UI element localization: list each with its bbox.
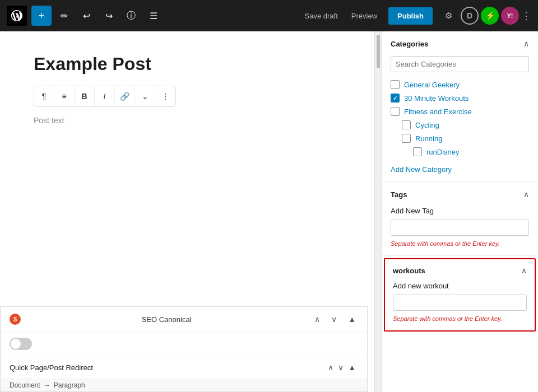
tags-section: Tags ∧ Add New Tag Separate with commas … <box>382 182 538 256</box>
category-label-general-geekery[interactable]: General Geekery <box>404 81 460 89</box>
workouts-section: workouts ∧ Add new workout Separate with… <box>384 258 536 332</box>
add-new-category-link[interactable]: Add New Category <box>391 165 452 174</box>
status-arrow: → <box>44 381 50 389</box>
block-toolbar: ¶ ≡ B I 🔗 ⌄ ⋮ <box>34 86 176 107</box>
redo-button[interactable]: ↪ <box>99 6 119 26</box>
toggle-knob <box>11 339 21 349</box>
main-toolbar: + ✏ ↩ ↪ ⓘ ☰ Save draft Preview Publish ⚙… <box>0 0 538 31</box>
seo-expand-button[interactable]: ▲ <box>346 314 358 325</box>
right-sidebar: Categories ∧ General Geekery 30 Minute W… <box>381 31 538 392</box>
category-item-general-geekery: General Geekery <box>391 78 529 91</box>
category-label-running[interactable]: Running <box>415 134 442 143</box>
category-label-cycling[interactable]: Cycling <box>415 121 439 129</box>
seo-plugin-icon: S <box>10 314 21 325</box>
status-bar: Document → Paragraph <box>1 379 367 391</box>
tags-body: Add New Tag Separate with commas or the … <box>382 207 538 255</box>
redirect-label: Quick Page/Post Redirect <box>10 363 93 372</box>
gear-icon: ⚙ <box>445 11 452 21</box>
workouts-body: Add new workout Separate with commas or … <box>385 282 535 330</box>
category-checkbox-cycling[interactable] <box>402 120 411 129</box>
add-new-workout-label: Add new workout <box>393 282 527 290</box>
pencil-icon: ✏ <box>61 11 68 21</box>
list-view-button[interactable]: ☰ <box>143 6 164 26</box>
category-item-running: Running <box>391 132 529 145</box>
categories-chevron-icon: ∧ <box>523 39 529 48</box>
italic-button[interactable]: I <box>95 86 115 106</box>
category-checkbox-30-minute-workouts[interactable] <box>391 94 400 102</box>
categories-search-wrapper <box>382 56 538 78</box>
jetpack-icon: ⚡ <box>481 7 499 25</box>
tags-section-header[interactable]: Tags ∧ <box>382 182 538 207</box>
redirect-expand[interactable]: ▲ <box>346 362 358 373</box>
category-checkbox-fitness-exercise[interactable] <box>391 107 400 116</box>
category-label-fitness-exercise[interactable]: Fitness and Exercise <box>404 108 472 116</box>
info-button[interactable]: ⓘ <box>121 6 141 26</box>
tags-hint-text: Separate with commas or the Enter key. <box>391 240 500 247</box>
workouts-input[interactable] <box>393 295 527 311</box>
align-icon: ≡ <box>62 92 66 101</box>
category-checkbox-rundisney[interactable] <box>413 147 422 156</box>
post-title[interactable]: Example Post <box>34 54 341 74</box>
dropdown-icon: ⌄ <box>142 92 149 101</box>
block-more-button[interactable]: ⋮ <box>155 86 175 106</box>
categories-section-header[interactable]: Categories ∧ <box>382 31 538 56</box>
seo-canonical-label: SEO Canonical <box>27 315 305 324</box>
undo-icon: ↩ <box>83 11 90 21</box>
redirect-row: Quick Page/Post Redirect ∧ ∨ ▲ <box>1 356 367 379</box>
info-icon: ⓘ <box>127 10 136 22</box>
redo-icon: ↪ <box>105 11 113 21</box>
ellipsis-icon: ⋮ <box>161 92 169 101</box>
wp-logo-icon <box>11 10 22 21</box>
categories-title: Categories <box>391 40 428 48</box>
category-item-cycling: Cycling <box>391 118 529 132</box>
align-button[interactable]: ≡ <box>54 86 75 106</box>
more-options-button[interactable]: ⋮ <box>521 10 531 22</box>
toggle-switch[interactable] <box>10 338 32 350</box>
paragraph-icon-button[interactable]: ¶ <box>34 86 54 106</box>
categories-search-input[interactable] <box>391 56 529 72</box>
redirect-chevron-down[interactable]: ∨ <box>336 362 346 373</box>
plus-icon: + <box>39 10 45 22</box>
seo-chevron-down-button[interactable]: ∨ <box>329 314 339 325</box>
save-draft-button[interactable]: Save draft <box>299 8 344 24</box>
seo-chevron-up-button[interactable]: ∧ <box>312 314 322 325</box>
tags-title: Tags <box>391 190 407 199</box>
settings-button[interactable]: ⚙ <box>438 6 458 26</box>
wp-logo[interactable] <box>7 6 27 26</box>
disqus-icon: D <box>461 7 479 25</box>
preview-button[interactable]: Preview <box>346 8 383 24</box>
publish-button[interactable]: Publish <box>388 7 433 25</box>
bold-icon: B <box>81 92 87 101</box>
workouts-chevron-icon: ∧ <box>521 266 527 275</box>
category-item-30-minute-workouts: 30 Minute Workouts <box>391 91 529 105</box>
category-checkbox-running[interactable] <box>402 134 411 143</box>
add-block-button[interactable]: + <box>31 6 52 26</box>
link-icon: 🔗 <box>120 92 129 101</box>
category-item-fitness-exercise: Fitness and Exercise <box>391 105 529 118</box>
workouts-title: workouts <box>393 267 425 275</box>
add-new-category-wrapper: Add New Category <box>382 161 538 181</box>
main-layout: Example Post ¶ ≡ B I 🔗 ⌄ <box>0 31 538 392</box>
redirect-chevron-up[interactable]: ∧ <box>326 362 336 373</box>
categories-section: Categories ∧ General Geekery 30 Minute W… <box>382 31 538 182</box>
category-label-30-minute-workouts[interactable]: 30 Minute Workouts <box>404 94 469 102</box>
edit-button[interactable]: ✏ <box>54 6 74 26</box>
paragraph-icon: ¶ <box>42 92 47 101</box>
undo-button[interactable]: ↩ <box>76 6 96 26</box>
toggle-row <box>1 332 367 356</box>
link-button[interactable]: 🔗 <box>115 86 135 106</box>
editor-area: Example Post ¶ ≡ B I 🔗 ⌄ <box>0 31 374 392</box>
more-dropdown-button[interactable]: ⌄ <box>135 86 155 106</box>
bold-button[interactable]: B <box>75 86 95 106</box>
status-document: Document <box>10 381 40 389</box>
workouts-hint-text: Separate with commas or the Enter key. <box>393 315 502 322</box>
category-checkbox-general-geekery[interactable] <box>391 80 400 89</box>
workouts-section-header[interactable]: workouts ∧ <box>385 259 535 282</box>
tags-input[interactable] <box>391 220 529 236</box>
status-paragraph: Paragraph <box>54 381 85 389</box>
editor-scrollbar[interactable] <box>374 31 381 392</box>
tags-chevron-icon: ∧ <box>523 190 529 199</box>
yoast-icon: Y! <box>501 7 519 25</box>
bottom-panel: S SEO Canonical ∧ ∨ ▲ Quick Page/Post Re… <box>0 306 368 392</box>
category-label-rundisney[interactable]: runDisney <box>426 148 460 156</box>
